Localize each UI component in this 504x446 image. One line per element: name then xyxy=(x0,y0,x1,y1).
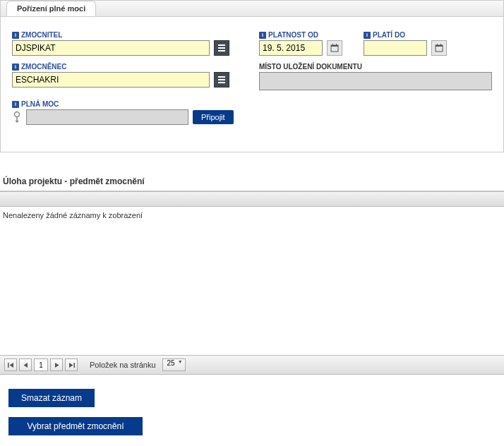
svg-rect-4 xyxy=(218,79,225,80)
pager-page-input[interactable] xyxy=(34,358,48,371)
tab-header: Pořízení plné moci xyxy=(1,0,503,17)
svg-rect-15 xyxy=(8,363,9,368)
platnost-od-label: i PLATNOST OD xyxy=(259,31,342,39)
misto-input[interactable] xyxy=(259,72,492,90)
svg-rect-5 xyxy=(218,82,225,83)
svg-rect-12 xyxy=(436,45,443,47)
info-icon: i xyxy=(12,64,19,71)
pager-items-label: Položek na stránku xyxy=(90,361,156,369)
delete-button[interactable]: Smazat záznam xyxy=(8,389,95,407)
grid-empty-message: Nenalezeny žádné záznamy k zobrazení xyxy=(0,207,504,355)
pager-first-button[interactable] xyxy=(4,358,17,371)
svg-marker-19 xyxy=(69,363,73,368)
platnost-od-input[interactable] xyxy=(259,40,323,56)
svg-rect-3 xyxy=(218,76,225,78)
info-icon: i xyxy=(259,32,266,39)
pager-prev-button[interactable] xyxy=(19,358,32,371)
pripojit-button[interactable]: Připojit xyxy=(193,110,234,124)
svg-rect-1 xyxy=(218,47,225,49)
form-body: i ZMOCNITEL i ZMOCNĚNEC xyxy=(1,17,503,152)
plati-do-label: i PLATÍ DO xyxy=(364,31,447,39)
svg-rect-2 xyxy=(218,50,225,52)
svg-rect-20 xyxy=(73,363,75,368)
svg-rect-9 xyxy=(332,44,333,46)
info-icon: i xyxy=(364,32,371,39)
tab-title: Pořízení plné moci xyxy=(6,1,96,16)
info-icon: i xyxy=(12,32,19,39)
zmocnenec-label: i ZMOCNĚNEC xyxy=(12,63,238,71)
pager: Položek na stránku 25 xyxy=(0,355,504,375)
svg-rect-10 xyxy=(336,44,337,46)
svg-marker-17 xyxy=(23,363,28,368)
attachment-icon xyxy=(12,111,22,123)
column-right: i PLATNOST OD i PLATÍ DO xyxy=(259,31,492,132)
section-title: Úloha projektu - předmět zmocnění xyxy=(0,172,504,191)
pager-page-size-select[interactable]: 25 xyxy=(162,358,186,371)
zmocnitel-lookup-button[interactable] xyxy=(214,40,229,56)
svg-marker-16 xyxy=(9,363,13,368)
plati-do-input[interactable] xyxy=(364,40,427,56)
platnost-od-calendar-button[interactable] xyxy=(327,40,342,56)
svg-rect-0 xyxy=(218,44,225,46)
svg-rect-13 xyxy=(437,44,438,46)
pager-next-button[interactable] xyxy=(50,358,63,371)
plati-do-calendar-button[interactable] xyxy=(431,40,447,56)
svg-rect-14 xyxy=(440,44,441,46)
zmocnitel-input[interactable] xyxy=(12,40,210,56)
actions: Smazat záznam Vybrat předmět zmocnění xyxy=(0,375,504,446)
pager-last-button[interactable] xyxy=(65,358,78,371)
plna-moc-input[interactable] xyxy=(26,109,188,125)
select-subject-button[interactable]: Vybrat předmět zmocnění xyxy=(8,417,143,435)
grid-filter-bar xyxy=(0,191,504,207)
main-panel: Pořízení plné moci i ZMOCNITEL i xyxy=(0,0,504,152)
plna-moc-label: i PLNÁ MOC xyxy=(12,100,238,108)
zmocnitel-label: i ZMOCNITEL xyxy=(12,31,238,39)
svg-rect-8 xyxy=(331,45,338,47)
column-left: i ZMOCNITEL i ZMOCNĚNEC xyxy=(12,31,238,132)
misto-label: MÍSTO ULOŽENÍ DOKUMENTU xyxy=(259,63,492,71)
svg-point-6 xyxy=(15,112,20,117)
info-icon: i xyxy=(12,101,19,108)
svg-marker-18 xyxy=(55,363,59,368)
zmocnenec-lookup-button[interactable] xyxy=(214,72,229,88)
zmocnenec-input[interactable] xyxy=(12,72,210,88)
